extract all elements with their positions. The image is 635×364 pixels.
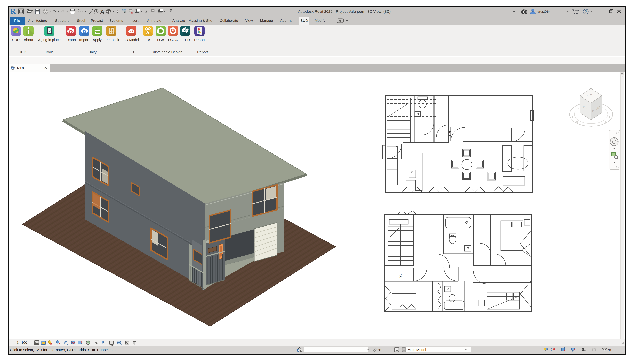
svg-text:DN: DN — [448, 131, 452, 136]
svg-text:vrost064: vrost064 — [538, 10, 550, 14]
svg-text:DN: DN — [399, 274, 403, 278]
svg-text:UP: UP — [395, 146, 399, 151]
svg-text::0: :0 — [378, 348, 381, 352]
svg-text::0: :0 — [608, 348, 611, 352]
svg-text:?: ? — [584, 9, 587, 14]
svg-text:R: R — [10, 7, 16, 16]
svg-text:A: A — [100, 8, 104, 15]
